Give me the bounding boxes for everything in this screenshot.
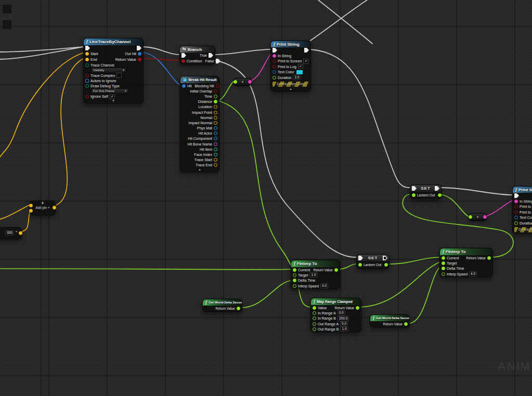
node-map-range-clamped[interactable]: f Map Range Clamped Value Return Value I… — [310, 298, 361, 332]
return-value-pin[interactable] — [487, 256, 491, 260]
interp-speed-pin[interactable] — [442, 272, 445, 276]
node-break-hit-result[interactable]: ▦ Break Hit Result Hit Blocking Hit Init… — [180, 76, 219, 172]
current-pin[interactable] — [442, 256, 445, 260]
target-pin[interactable] — [293, 273, 296, 277]
out-range-a-pin[interactable] — [313, 322, 316, 326]
conversion-in-pin[interactable] — [233, 80, 237, 84]
return-value-pin[interactable] — [237, 307, 240, 310]
start-pin[interactable] — [85, 52, 89, 56]
in-range-a-pin[interactable] — [313, 311, 316, 315]
node-to-string-conversion-2[interactable] — [469, 213, 487, 221]
conversion-out-pin[interactable] — [483, 215, 487, 219]
trace-channel-dropdown[interactable]: Visibility ▾ — [91, 68, 126, 73]
target-input[interactable]: 1.0 — [309, 272, 317, 278]
ignore-self-pin[interactable] — [85, 95, 89, 98]
add-input-b-pin[interactable] — [29, 209, 33, 213]
return-value-pin[interactable] — [334, 268, 338, 272]
blueprint-graph-canvas[interactable]: f LineTraceByChannel Start Out Hit End R… — [0, 0, 532, 396]
exec-out-pin[interactable] — [435, 186, 439, 191]
node-print-string-1[interactable]: f Print String In String Print to Screen… — [270, 41, 311, 91]
node-get-world-delta-seconds-1[interactable]: f Get World Delta Seconds Return Value — [202, 299, 242, 312]
node-to-string-conversion-1[interactable] — [233, 78, 252, 86]
add-input-a-pin[interactable] — [29, 204, 33, 207]
duration-pin[interactable] — [273, 76, 276, 80]
hit-pin[interactable] — [182, 84, 186, 88]
hit-component-pin[interactable] — [214, 137, 217, 140]
in-string-pin[interactable] — [514, 200, 518, 203]
collapse-arrow-icon[interactable]: ▼ — [84, 99, 143, 103]
hit-bone-name-pin[interactable] — [214, 142, 217, 146]
hit-actor-pin[interactable] — [214, 131, 217, 135]
conversion-out-pin[interactable] — [248, 80, 252, 84]
text-color-pin[interactable] — [514, 216, 518, 219]
interp-speed-input[interactable]: 4.0 — [320, 283, 328, 288]
node-line-trace-by-channel[interactable]: f LineTraceByChannel Start Out Hit End R… — [83, 38, 144, 103]
draw-debug-type-pin[interactable] — [85, 84, 89, 88]
true-exec-pin[interactable] — [209, 53, 213, 58]
trace-end-pin[interactable] — [214, 163, 217, 167]
out-range-b-input[interactable]: 1.0 — [340, 326, 348, 332]
node-finterp-to-1[interactable]: f FInterp To Current Return Value Target… — [291, 260, 340, 289]
hit-item-pin[interactable] — [214, 148, 217, 151]
duration-pin[interactable] — [514, 221, 518, 225]
ignore-self-checkbox[interactable]: ✓ — [110, 94, 115, 99]
interp-speed-pin[interactable] — [293, 284, 296, 288]
node-branch[interactable]: ⇆ Branch True Condition False — [179, 46, 215, 64]
initial-overlap-pin[interactable] — [214, 89, 217, 93]
trace-complex-pin[interactable] — [85, 74, 89, 77]
conversion-in-pin[interactable] — [469, 215, 472, 219]
text-color-swatch[interactable] — [296, 70, 303, 75]
return-value-pin[interactable] — [404, 322, 408, 326]
exec-in-pin[interactable] — [358, 256, 363, 260]
node-set-lantern-out-1[interactable]: SET Lantern Out — [410, 184, 442, 199]
exec-out-pin[interactable] — [383, 256, 387, 260]
in-range-b-input[interactable]: 200.0 — [338, 316, 349, 321]
collapse-arrow-icon[interactable]: ▲ — [180, 168, 219, 171]
end-pin[interactable] — [85, 58, 89, 61]
location-pin[interactable] — [214, 105, 217, 109]
collapse-arrow-icon[interactable]: ▲ — [271, 87, 310, 91]
target-pin[interactable] — [442, 261, 445, 265]
blocking-hit-pin[interactable] — [216, 84, 219, 88]
return-value-pin[interactable] — [138, 58, 141, 61]
exec-in-pin[interactable] — [514, 193, 519, 198]
text-color-pin[interactable] — [273, 70, 276, 74]
exec-in-pin[interactable] — [181, 53, 186, 58]
out-range-a-input[interactable]: 0.0 — [340, 321, 348, 326]
add-pin-label[interactable]: Add pin + — [30, 206, 55, 210]
out-hit-pin[interactable] — [138, 52, 141, 56]
impact-point-pin[interactable] — [214, 111, 217, 114]
in-range-a-input[interactable]: 0.0 — [338, 310, 345, 315]
print-to-screen-pin[interactable] — [514, 205, 518, 208]
normal-pin[interactable] — [214, 116, 217, 120]
actors-to-ignore-pin[interactable] — [85, 79, 89, 83]
node-vector-add[interactable]: + Add pin + — [30, 201, 56, 215]
current-pin[interactable] — [293, 268, 296, 272]
exec-out-pin[interactable] — [304, 48, 309, 52]
multiply-output-pin[interactable] — [19, 231, 22, 235]
return-value-pin[interactable] — [356, 306, 359, 310]
exec-in-pin[interactable] — [412, 186, 417, 191]
distance-pin[interactable] — [214, 100, 217, 103]
exec-in-pin[interactable] — [85, 46, 90, 50]
false-exec-pin[interactable] — [216, 59, 220, 63]
node-finterp-to-2[interactable]: f FInterp To Current Return Value Target… — [439, 248, 493, 277]
node-set-lantern-out-2[interactable]: SET Lantern Out — [356, 254, 390, 269]
node-multiply-clipped[interactable]: 000 x — [0, 227, 22, 239]
lantern-out-in-pin[interactable] — [412, 193, 416, 197]
time-pin[interactable] — [214, 95, 217, 98]
condition-pin[interactable] — [181, 59, 185, 63]
exec-out-pin[interactable] — [137, 46, 141, 50]
print-to-log-pin[interactable] — [273, 65, 276, 69]
node-get-world-delta-seconds-2[interactable]: f Get World Delta Seconds Return Value — [370, 314, 410, 327]
phys-mat-pin[interactable] — [214, 126, 217, 130]
out-range-b-pin[interactable] — [313, 327, 316, 331]
face-index-pin[interactable] — [214, 153, 217, 156]
lantern-out-out-pin[interactable] — [384, 263, 388, 267]
multiply-value-input[interactable]: 000 — [5, 230, 14, 235]
delta-time-pin[interactable] — [442, 267, 445, 270]
trace-start-pin[interactable] — [214, 158, 217, 162]
add-output-pin[interactable] — [53, 206, 56, 209]
print-to-log-pin[interactable] — [514, 210, 518, 214]
print-to-screen-checkbox[interactable]: ✓ — [303, 59, 308, 64]
